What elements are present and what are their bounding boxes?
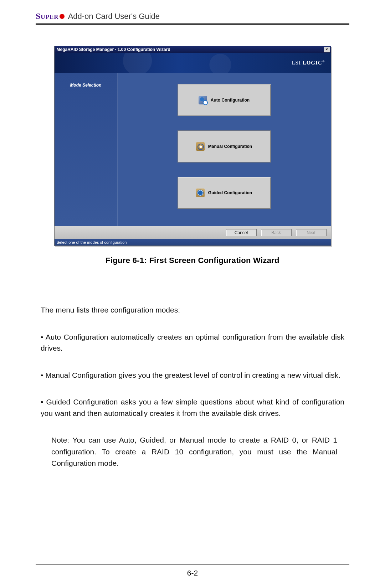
cancel-button[interactable]: Cancel <box>226 229 257 236</box>
intro-paragraph: The menu lists three configuration modes… <box>41 304 344 316</box>
bullet-manual: • Manual Configuration gives you the gre… <box>41 370 344 381</box>
bullet-auto: • Auto Configuration automatically creat… <box>41 331 344 354</box>
manual-configuration-button[interactable]: Manual Configuration <box>178 130 271 163</box>
options-area: Auto Configuration Manual Configuration … <box>118 73 331 226</box>
guided-configuration-button[interactable]: Guided Configuration <box>178 177 271 209</box>
document-page: Super Add-on Card User's Guide MegaRAID … <box>0 0 385 588</box>
figure-caption: Figure 6-1: First Screen Configuration W… <box>36 256 349 265</box>
window-title: MegaRAID Storage Manager - 1.00 Configur… <box>57 47 170 52</box>
banner-brand: LSI LOGIC® <box>292 60 325 66</box>
side-panel-label: Mode Selection <box>70 83 101 88</box>
wizard-window: MegaRAID Storage Manager - 1.00 Configur… <box>54 46 331 246</box>
window-body: Mode Selection Auto Configuration Manual… <box>55 73 331 226</box>
brand-logo-dot-icon <box>60 14 65 19</box>
window-banner: LSI LOGIC® <box>55 53 331 73</box>
window-statusbar: Select one of the modes of configuration <box>55 239 331 246</box>
page-header: Super Add-on Card User's Guide <box>36 11 349 25</box>
auto-config-label: Auto Configuration <box>211 98 250 103</box>
close-icon[interactable]: × <box>324 47 330 52</box>
window-titlebar: MegaRAID Storage Manager - 1.00 Configur… <box>55 46 331 53</box>
side-panel: Mode Selection <box>55 73 118 226</box>
back-button[interactable]: Back <box>261 229 292 236</box>
next-button[interactable]: Next <box>296 229 327 236</box>
manual-config-icon <box>196 142 205 151</box>
auto-configuration-button[interactable]: Auto Configuration <box>178 84 271 116</box>
note-paragraph: Note: You can use Auto, Guided, or Manua… <box>51 434 337 469</box>
auto-config-icon <box>199 96 207 104</box>
guided-config-icon <box>196 189 205 197</box>
window-button-bar: Cancel Back Next <box>55 226 331 239</box>
brand-logo: Super <box>36 11 65 21</box>
footer-rule <box>36 564 349 564</box>
page-number: 6-2 <box>0 569 385 577</box>
status-text: Select one of the modes of configuration <box>57 240 127 244</box>
bullet-guided: • Guided Configuration asks you a few si… <box>41 396 344 419</box>
guided-config-label: Guided Configuration <box>208 190 252 195</box>
manual-config-label: Manual Configuration <box>208 144 252 149</box>
header-title: Add-on Card User's Guide <box>68 12 160 21</box>
brand-logo-text: Super <box>36 11 59 21</box>
